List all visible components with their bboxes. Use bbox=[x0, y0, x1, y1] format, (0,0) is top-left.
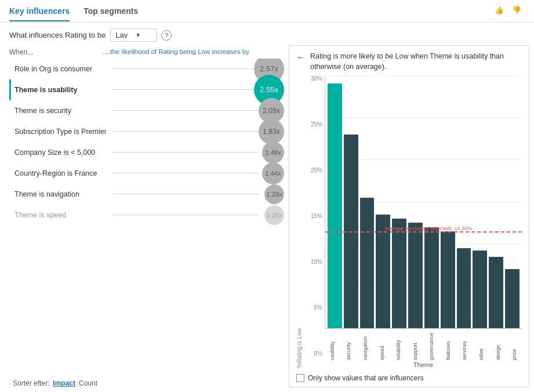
chart-footer: Only show values that are influencers bbox=[296, 372, 522, 382]
bar-container: 1.44x bbox=[112, 166, 284, 180]
influencer-item[interactable]: Country-Region is France1.44x bbox=[9, 163, 284, 184]
influencer-item[interactable]: Company Size is < 5,0001.48x bbox=[9, 142, 284, 163]
x-axis-labels: usabilitysecuritynavigationspeedreliabil… bbox=[325, 329, 522, 360]
x-axis-tick-label: navigation bbox=[362, 330, 368, 360]
influencer-list: Role in Org is consumer2.57xTheme is usa… bbox=[9, 59, 284, 376]
x-label-col: governance bbox=[424, 330, 439, 360]
influencer-item[interactable]: Subscription Type is Premier1.83x bbox=[9, 121, 284, 142]
bar-line bbox=[112, 194, 259, 194]
y-axis-label: %Rating is Low bbox=[296, 75, 303, 368]
bar-rect[interactable] bbox=[473, 251, 487, 328]
influencer-label: Subscription Type is Premier bbox=[11, 128, 112, 136]
sort-count-label: Count bbox=[79, 379, 97, 387]
bar-col bbox=[505, 75, 520, 328]
back-arrow-icon[interactable]: ← bbox=[296, 52, 306, 63]
x-axis-tick-label: features bbox=[445, 330, 451, 360]
influencer-item[interactable]: Theme is speed1.20x bbox=[9, 205, 284, 226]
y-axis-tick: 25% bbox=[304, 121, 322, 128]
chart-area: %Rating is Low 30%25%20%15%10%5%0% Avera… bbox=[296, 75, 522, 368]
bar-col bbox=[344, 75, 358, 328]
right-panel: ← Rating is more likely to be Low when T… bbox=[289, 45, 529, 387]
bar-col bbox=[376, 75, 390, 328]
x-axis-tick-label: security bbox=[346, 330, 351, 360]
chart-inner: %Rating is Low 30%25%20%15%10%5%0% Avera… bbox=[296, 75, 522, 368]
bar-rect[interactable] bbox=[424, 227, 439, 328]
bar-rect[interactable] bbox=[328, 84, 342, 328]
x-axis-tick-label: price bbox=[511, 330, 517, 360]
only-influencers-checkbox[interactable] bbox=[296, 374, 304, 382]
bar-rect[interactable] bbox=[489, 257, 503, 328]
sort-impact-link[interactable]: Impact bbox=[53, 379, 75, 387]
bar-col bbox=[441, 75, 455, 328]
influencer-item[interactable]: Theme is navigation1.29x bbox=[9, 184, 284, 205]
x-label-col: navigation bbox=[358, 330, 373, 360]
bar-col bbox=[360, 75, 375, 328]
y-axis-tick: 20% bbox=[304, 167, 322, 173]
bar-rect[interactable] bbox=[505, 269, 520, 328]
y-axis-tick: 30% bbox=[304, 75, 322, 82]
x-axis-tick-label: governance bbox=[428, 330, 434, 360]
filter-dropdown[interactable]: Lav ▼ bbox=[110, 28, 157, 42]
tabs-left: Key influencers Top segments bbox=[9, 6, 138, 21]
bar-col bbox=[457, 75, 471, 328]
x-label-col: price bbox=[507, 330, 522, 360]
bar-col bbox=[408, 75, 423, 328]
x-axis-tick-label: support bbox=[412, 330, 418, 360]
bar-container: 1.20x bbox=[112, 208, 284, 222]
bar-line bbox=[112, 152, 259, 153]
bar-rect[interactable] bbox=[441, 231, 455, 328]
thumbs-up-icon[interactable]: 👍 bbox=[495, 6, 507, 19]
column-headers: When... ....the likelihood of Rating bei… bbox=[9, 45, 284, 59]
bar-line bbox=[112, 110, 259, 111]
x-axis-tick-label: design bbox=[495, 330, 501, 360]
x-axis-tick-label: speed bbox=[379, 330, 385, 360]
x-axis-tick-label: services bbox=[462, 330, 467, 360]
bar-line bbox=[112, 68, 259, 69]
influencer-label: Theme is navigation bbox=[11, 190, 112, 198]
bar-container: 1.83x bbox=[112, 125, 284, 139]
bar-rect[interactable] bbox=[408, 223, 423, 328]
x-label-col: usability bbox=[325, 330, 340, 360]
bar-rect[interactable] bbox=[360, 198, 375, 328]
chart-header: ← Rating is more likely to be Low when T… bbox=[296, 52, 522, 72]
bar-rect[interactable] bbox=[457, 248, 471, 328]
bar-container: 2.57x bbox=[112, 62, 284, 76]
bars-row bbox=[325, 75, 522, 328]
bar-line bbox=[112, 131, 259, 132]
bar-rect[interactable] bbox=[392, 219, 406, 328]
tab-top-segments[interactable]: Top segments bbox=[83, 6, 138, 21]
tabs-right: 👍 👎 bbox=[495, 6, 525, 22]
help-icon[interactable]: ? bbox=[161, 30, 172, 41]
bars-area: Average (excluding selected): 11.35% bbox=[325, 75, 522, 329]
bar-line bbox=[112, 215, 259, 215]
bar-line bbox=[112, 89, 259, 90]
influencer-item[interactable]: Theme is security2.09x bbox=[9, 100, 284, 121]
sort-prefix-label: Sortér efter: bbox=[13, 379, 49, 387]
content-area: When... ....the likelihood of Rating bei… bbox=[0, 45, 534, 392]
thumbs-down-icon[interactable]: 👎 bbox=[512, 6, 525, 19]
sort-bar: Sortér efter: Impact Count bbox=[9, 376, 284, 392]
influencer-label: Theme is speed bbox=[11, 211, 112, 219]
bar-container: 2.09x bbox=[112, 104, 284, 118]
bar-line bbox=[112, 173, 259, 173]
y-axis-tick: 15% bbox=[304, 213, 322, 219]
influencer-label: Role in Org is consumer bbox=[11, 65, 112, 73]
bar-container: 1.48x bbox=[112, 146, 284, 159]
x-label-col: reliability bbox=[391, 330, 406, 360]
filter-bar: What influences Rating to be Lav ▼ ? bbox=[0, 23, 534, 45]
x-label-col: features bbox=[441, 330, 456, 360]
y-axis-tick: 10% bbox=[304, 259, 322, 265]
circle-badge: 1.29x bbox=[264, 184, 284, 204]
filter-prefix-label: What influences Rating to be bbox=[9, 31, 106, 39]
tab-key-influencers[interactable]: Key influencers bbox=[9, 6, 70, 21]
influencer-item[interactable]: Theme is usability2.55x bbox=[9, 79, 284, 100]
influencer-item[interactable]: Role in Org is consumer2.57x bbox=[9, 59, 284, 79]
x-label-col: speed bbox=[375, 330, 390, 360]
only-influencers-checkbox-wrap[interactable]: Only show values that are influencers bbox=[296, 374, 423, 382]
bar-rect[interactable] bbox=[344, 135, 358, 328]
bar-rect[interactable] bbox=[376, 215, 390, 328]
y-axis: 30%25%20%15%10%5%0% bbox=[304, 75, 325, 368]
chart-title: Rating is more likely to be Low when The… bbox=[310, 52, 522, 72]
influencer-label: Theme is usability bbox=[11, 86, 112, 94]
x-label-col: other bbox=[474, 330, 489, 360]
